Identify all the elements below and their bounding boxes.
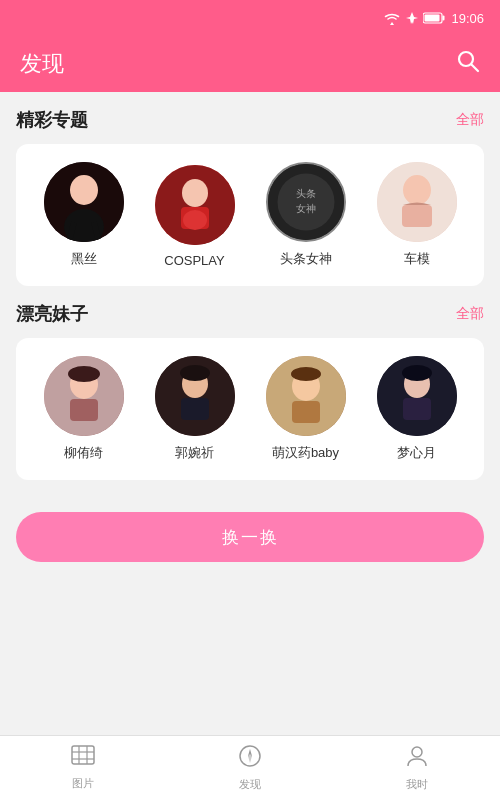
nav-item-home[interactable]: 我时 [333,744,500,792]
person-icon [405,744,429,768]
nav-label-discover: 发现 [239,777,261,792]
girls-all-button[interactable]: 全部 [456,305,484,323]
svg-text:头条: 头条 [296,188,316,199]
svg-text:女神: 女神 [296,203,316,214]
list-item[interactable]: 柳侑绮 [44,356,124,462]
girls-avatars-row: 柳侑绮 郭婉祈 [28,356,472,462]
featured-card: 黑丝 COSPLAY [16,144,484,286]
battery-icon [423,12,445,24]
main-content: 精彩专题 全部 黑丝 [0,92,500,578]
svg-rect-31 [292,401,320,423]
refresh-button[interactable]: 换一换 [16,512,484,562]
wifi-icon [383,11,401,25]
nav-item-discover[interactable]: 发现 [167,744,334,792]
avatar-label: 车模 [404,250,430,268]
featured-section-header: 精彩专题 全部 [16,108,484,132]
status-bar: 19:06 [0,0,500,36]
avatar-label: 黑丝 [71,250,97,268]
avatar-label: 萌汉药baby [272,444,339,462]
svg-point-32 [291,367,321,381]
featured-all-button[interactable]: 全部 [456,111,484,129]
list-item[interactable]: 头条 女神 头条女神 [266,162,346,268]
avatar-label: 柳侑绮 [64,444,103,462]
avatar: 头条 女神 [266,162,346,242]
list-item[interactable]: 黑丝 [44,162,124,268]
nav-item-pictures[interactable]: 图片 [0,745,167,791]
girls-title: 漂亮妹子 [16,302,88,326]
avatar-label: 梦心月 [397,444,436,462]
svg-point-6 [70,175,98,205]
avatar [155,165,235,245]
status-icons [383,11,445,25]
svg-point-13 [183,210,207,230]
svg-point-36 [402,365,432,381]
featured-section: 精彩专题 全部 黑丝 [16,108,484,286]
svg-rect-2 [425,15,440,22]
airplane-icon [405,11,419,25]
svg-rect-27 [181,398,209,420]
app-header: 发现 [0,36,500,92]
avatar-label: 头条女神 [280,250,332,268]
compass-icon [238,744,262,768]
time-display: 19:06 [451,11,484,26]
search-icon [456,49,480,73]
svg-rect-20 [402,205,432,227]
search-button[interactable] [456,49,480,79]
list-item[interactable]: 郭婉祈 [155,356,235,462]
list-item[interactable]: 萌汉药baby [266,356,346,462]
avatar [266,356,346,436]
page-title: 发现 [20,49,64,79]
svg-point-11 [182,179,208,207]
list-item[interactable]: COSPLAY [155,165,235,268]
svg-rect-23 [70,399,98,421]
nav-label-home: 我时 [406,777,428,792]
svg-line-4 [472,65,479,72]
avatar-label: COSPLAY [164,253,224,268]
nav-label-pictures: 图片 [72,776,94,791]
pictures-icon [71,745,95,773]
girls-card: 柳侑绮 郭婉祈 [16,338,484,480]
avatar-label: 郭婉祈 [175,444,214,462]
image-icon [71,745,95,767]
svg-point-28 [180,365,210,381]
svg-point-45 [412,747,422,757]
bottom-nav: 图片 发现 我时 [0,735,500,800]
avatar [44,356,124,436]
avatar [155,356,235,436]
svg-rect-35 [403,398,431,420]
featured-title: 精彩专题 [16,108,88,132]
featured-avatars-row: 黑丝 COSPLAY [28,162,472,268]
girls-section-header: 漂亮妹子 全部 [16,302,484,326]
girls-section: 漂亮妹子 全部 柳侑绮 [16,302,484,480]
home-icon [405,744,429,774]
svg-rect-37 [72,746,94,764]
list-item[interactable]: 梦心月 [377,356,457,462]
avatar [377,356,457,436]
svg-rect-1 [443,16,445,21]
svg-point-19 [403,175,431,205]
avatar [44,162,124,242]
avatar [377,162,457,242]
list-item[interactable]: 车模 [377,162,457,268]
svg-point-24 [68,366,100,382]
status-bar-right: 19:06 [383,11,484,26]
discover-icon [238,744,262,774]
